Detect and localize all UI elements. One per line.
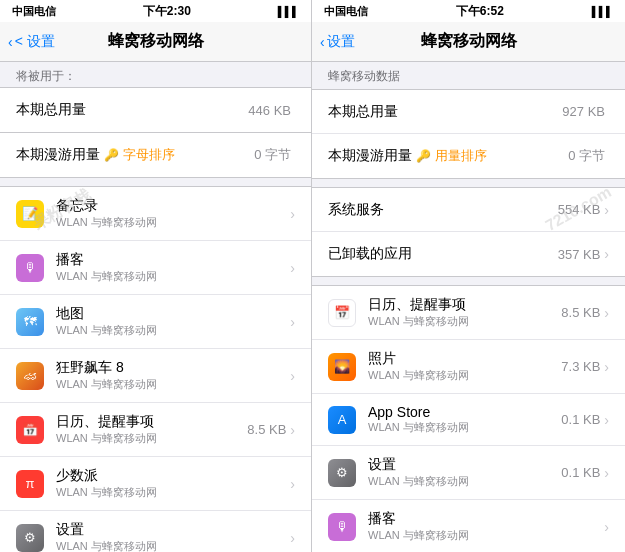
left-roaming-label: 本期漫游用量 bbox=[16, 146, 100, 164]
app-subtitle: WLAN 与蜂窝移动网 bbox=[368, 474, 561, 489]
left-usage-label: 将被用于： bbox=[0, 62, 311, 87]
right-uninstalled-row[interactable]: 已卸载的应用 357 KB › bbox=[312, 232, 625, 276]
app-icon: ⚙ bbox=[328, 459, 356, 487]
app-subtitle: WLAN 与蜂窝移动网 bbox=[368, 420, 561, 435]
left-back-button[interactable]: ‹ < 设置 bbox=[8, 33, 55, 51]
app-icon: 🏎 bbox=[16, 362, 44, 390]
right-status-bar: 中国电信 下午6:52 ▌▌▌ bbox=[312, 0, 625, 22]
right-time: 下午6:52 bbox=[456, 3, 504, 20]
list-item[interactable]: 🗺 地图 WLAN 与蜂窝移动网 › bbox=[0, 295, 311, 349]
app-chevron: › bbox=[290, 314, 295, 330]
app-icon: 📅 bbox=[16, 416, 44, 444]
right-nav-bar: ‹ 设置 蜂窝移动网络 bbox=[312, 22, 625, 62]
right-back-button[interactable]: ‹ 设置 bbox=[320, 33, 355, 51]
list-item[interactable]: 🏎 狂野飙车 8 WLAN 与蜂窝移动网 › bbox=[0, 349, 311, 403]
app-name: 少数派 bbox=[56, 467, 290, 485]
app-icon: 📝 bbox=[16, 200, 44, 228]
right-carrier: 中国电信 bbox=[324, 4, 368, 19]
left-roaming-group: 本期漫游用量 🔑 字母排序 0 字节 bbox=[0, 133, 311, 178]
left-back-label: < 设置 bbox=[15, 33, 55, 51]
right-uninstalled-chevron: › bbox=[604, 246, 609, 262]
app-icon: 📅 bbox=[328, 299, 356, 327]
left-total-usage-row: 本期总用量 446 KB bbox=[0, 88, 311, 132]
app-icon: 🗺 bbox=[16, 308, 44, 336]
app-name: 日历、提醒事项 bbox=[368, 296, 561, 314]
app-subtitle: WLAN 与蜂窝移动网 bbox=[56, 323, 290, 338]
app-name: 播客 bbox=[56, 251, 290, 269]
right-battery-icons: ▌▌▌ bbox=[592, 6, 613, 17]
app-name: 地图 bbox=[56, 305, 290, 323]
right-uninstalled-label: 已卸载的应用 bbox=[328, 245, 558, 263]
list-item[interactable]: 📝 备忘录 WLAN 与蜂窝移动网 › bbox=[0, 187, 311, 241]
right-total-usage-row: 本期总用量 927 KB bbox=[312, 90, 625, 134]
left-app-list: 📝 备忘录 WLAN 与蜂窝移动网 › 🎙 播客 WLAN 与蜂窝移动网 › 🗺… bbox=[0, 186, 311, 552]
app-subtitle: WLAN 与蜂窝移动网 bbox=[56, 377, 290, 392]
left-roaming-row: 本期漫游用量 🔑 字母排序 0 字节 bbox=[0, 133, 311, 177]
right-app-list: 📅 日历、提醒事项 WLAN 与蜂窝移动网 8.5 KB › 🌄 照片 WLAN… bbox=[312, 285, 625, 552]
list-item[interactable]: π 少数派 WLAN 与蜂窝移动网 › bbox=[0, 457, 311, 511]
list-item[interactable]: A App Store WLAN 与蜂窝移动网 0.1 KB › bbox=[312, 394, 625, 446]
list-item[interactable]: 📅 日历、提醒事项 WLAN 与蜂窝移动网 8.5 KB › bbox=[312, 286, 625, 340]
left-scroll-area[interactable]: 将被用于： 本期总用量 446 KB 本期漫游用量 🔑 字母排序 bbox=[0, 62, 311, 552]
app-name: 狂野飙车 8 bbox=[56, 359, 290, 377]
app-value: 8.5 KB bbox=[561, 305, 600, 320]
left-total-label: 本期总用量 bbox=[16, 101, 248, 119]
right-system-chevron: › bbox=[604, 202, 609, 218]
right-section-header: 蜂窝移动数据 bbox=[312, 62, 625, 89]
app-name: 照片 bbox=[368, 350, 561, 368]
list-item[interactable]: ⚙ 设置 WLAN 与蜂窝移动网 › bbox=[0, 511, 311, 552]
list-item[interactable]: 🌄 照片 WLAN 与蜂窝移动网 7.3 KB › bbox=[312, 340, 625, 394]
app-icon: A bbox=[328, 406, 356, 434]
right-system-row[interactable]: 系统服务 554 KB › bbox=[312, 188, 625, 232]
app-name: App Store bbox=[368, 404, 561, 420]
app-icon: ⚙ bbox=[16, 524, 44, 552]
app-subtitle: WLAN 与蜂窝移动网 bbox=[56, 215, 290, 230]
left-nav-bar: ‹ < 设置 蜂窝移动网络 bbox=[0, 22, 311, 62]
app-subtitle: WLAN 与蜂窝移动网 bbox=[368, 368, 561, 383]
app-subtitle: WLAN 与蜂窝移动网 bbox=[368, 314, 561, 329]
right-roaming-value: 0 字节 bbox=[568, 147, 605, 165]
list-item[interactable]: ⚙ 设置 WLAN 与蜂窝移动网 0.1 KB › bbox=[312, 446, 625, 500]
app-name: 日历、提醒事项 bbox=[56, 413, 247, 431]
left-nav-title: 蜂窝移动网络 bbox=[108, 31, 204, 52]
left-carrier: 中国电信 bbox=[12, 4, 56, 19]
app-chevron: › bbox=[604, 305, 609, 321]
app-chevron: › bbox=[290, 422, 295, 438]
right-roaming-label: 本期漫游用量 bbox=[328, 147, 412, 165]
app-icon: 🎙 bbox=[328, 513, 356, 541]
right-total-value: 927 KB bbox=[562, 104, 605, 119]
left-phone-panel: 中国电信 下午2:30 ▌▌▌ ‹ < 设置 蜂窝移动网络 将被用于： 本期总用… bbox=[0, 0, 312, 552]
right-roaming-sort[interactable]: 用量排序 bbox=[435, 147, 487, 165]
list-item[interactable]: 📅 日历、提醒事项 WLAN 与蜂窝移动网 8.5 KB › bbox=[0, 403, 311, 457]
list-item[interactable]: 🎙 播客 WLAN 与蜂窝移动网 › bbox=[312, 500, 625, 552]
app-subtitle: WLAN 与蜂窝移动网 bbox=[56, 431, 247, 446]
app-value: 0.1 KB bbox=[561, 412, 600, 427]
right-roaming-icon: 🔑 bbox=[416, 149, 431, 163]
app-name: 备忘录 bbox=[56, 197, 290, 215]
right-uninstalled-value: 357 KB bbox=[558, 247, 601, 262]
left-roaming-sort[interactable]: 字母排序 bbox=[123, 146, 175, 164]
left-roaming-icon: 🔑 bbox=[104, 148, 119, 162]
right-system-label: 系统服务 bbox=[328, 201, 558, 219]
right-phone-panel: 中国电信 下午6:52 ▌▌▌ ‹ 设置 蜂窝移动网络 蜂窝移动数据 本期总用量… bbox=[312, 0, 625, 552]
right-nav-title: 蜂窝移动网络 bbox=[421, 31, 517, 52]
app-subtitle: WLAN 与蜂窝移动网 bbox=[56, 485, 290, 500]
left-status-bar: 中国电信 下午2:30 ▌▌▌ bbox=[0, 0, 311, 22]
app-icon: π bbox=[16, 470, 44, 498]
app-name: 播客 bbox=[368, 510, 604, 528]
app-icon: 🎙 bbox=[16, 254, 44, 282]
app-chevron: › bbox=[290, 476, 295, 492]
app-icon: 🌄 bbox=[328, 353, 356, 381]
app-name: 设置 bbox=[56, 521, 290, 539]
right-system-value: 554 KB bbox=[558, 202, 601, 217]
app-subtitle: WLAN 与蜂窝移动网 bbox=[56, 539, 290, 552]
list-item[interactable]: 🎙 播客 WLAN 与蜂窝移动网 › bbox=[0, 241, 311, 295]
app-value: 8.5 KB bbox=[247, 422, 286, 437]
left-total-value: 446 KB bbox=[248, 103, 291, 118]
app-name: 设置 bbox=[368, 456, 561, 474]
app-chevron: › bbox=[290, 530, 295, 546]
right-scroll-area[interactable]: 蜂窝移动数据 本期总用量 927 KB 本期漫游用量 🔑 用量排序 0 字节 bbox=[312, 62, 625, 552]
app-value: 0.1 KB bbox=[561, 465, 600, 480]
right-back-label: 设置 bbox=[327, 33, 355, 51]
app-chevron: › bbox=[604, 412, 609, 428]
